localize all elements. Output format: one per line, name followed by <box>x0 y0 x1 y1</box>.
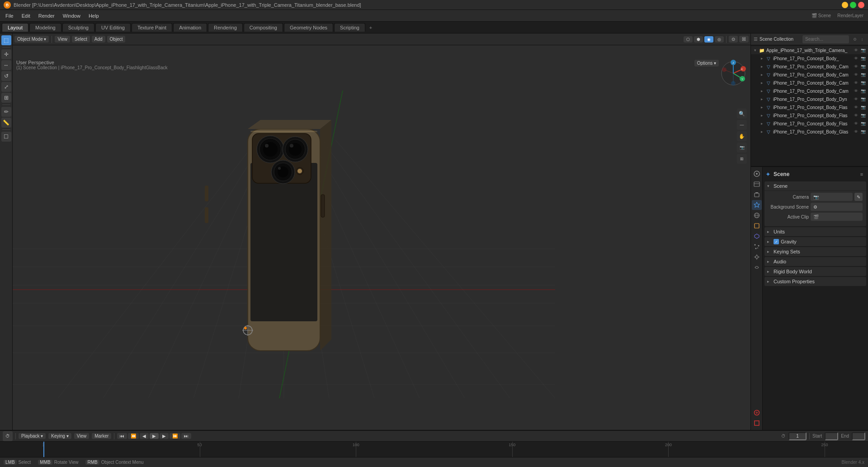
xray-toggle[interactable]: ☒ <box>739 36 749 43</box>
render-layer-selector[interactable]: RenderLayer <box>835 13 866 18</box>
item-render-btn[interactable]: 📷 <box>860 71 866 78</box>
rigid-body-world-section-header[interactable]: ▸ Rigid Body World <box>764 267 866 276</box>
item-visibility-btn[interactable]: 👁 <box>853 55 859 62</box>
object-menu[interactable]: Object <box>107 36 126 43</box>
frame-button[interactable]: ⊞ <box>737 154 747 164</box>
item-render-btn[interactable]: 📷 <box>860 96 866 102</box>
outliner-item[interactable]: ▸ ▽ iPhone_17_Pro_Concept_Body_Flas 👁 📷 <box>751 111 868 119</box>
view-menu[interactable]: View <box>55 36 70 43</box>
props-view-layer-icon[interactable] <box>752 190 762 200</box>
active-clip-value[interactable]: 🎬 <box>811 213 863 221</box>
select-tool-button[interactable]: ⬚ <box>1 35 11 45</box>
cursor-tool-button[interactable]: ✛ <box>1 49 11 59</box>
timeline-body[interactable]: 1 50 100 150 200 250 <box>0 442 868 457</box>
props-object-icon[interactable] <box>752 221 762 231</box>
camera-value[interactable]: 📷 <box>811 193 853 201</box>
transform-tool-button[interactable]: ⊞ <box>1 93 11 103</box>
background-scene-value[interactable]: ⚙ <box>811 203 863 211</box>
item-render-btn[interactable]: 📷 <box>860 88 866 94</box>
maximize-button[interactable] <box>850 2 856 8</box>
keying-menu[interactable]: Keying ▾ <box>48 433 71 439</box>
outliner-item[interactable]: ▸ ▽ iPhone_17_Pro_Concept_Body_Cam 👁 📷 <box>751 71 868 79</box>
minimize-button[interactable] <box>842 2 848 8</box>
tab-layout[interactable]: Layout <box>2 23 28 32</box>
outliner-item[interactable]: ▸ ▽ iPhone_17_Pro_Concept_Body_Cam 👁 📷 <box>751 87 868 95</box>
tab-animation[interactable]: Animation <box>173 23 207 32</box>
annotate-tool-button[interactable]: ✏ <box>1 107 11 117</box>
move-tool-button[interactable]: ↔ <box>1 60 11 70</box>
timeline-icon[interactable]: ⏱ <box>3 431 13 441</box>
units-section-header[interactable]: ▸ Units <box>764 227 866 236</box>
tab-compositing[interactable]: Compositing <box>244 23 283 32</box>
outliner-sync-button[interactable]: ↕ <box>859 36 865 43</box>
play-button[interactable]: ▶ <box>150 433 159 439</box>
camera-pick-btn[interactable]: ✎ <box>854 193 863 201</box>
mode-selector[interactable]: Object Mode ▾ <box>14 36 49 43</box>
gravity-checkbox[interactable]: ✓ <box>774 239 779 244</box>
camera-view-button[interactable]: 📷 <box>737 143 747 152</box>
item-visibility-btn[interactable]: 👁 <box>853 129 859 135</box>
item-visibility-btn[interactable]: 👁 <box>853 112 859 119</box>
item-visibility-btn[interactable]: 👁 <box>853 120 859 127</box>
item-visibility-btn[interactable]: 👁 <box>853 80 859 86</box>
marker-menu[interactable]: Marker <box>92 433 111 439</box>
item-render-btn[interactable]: 📷 <box>860 104 866 110</box>
outliner-collection-row[interactable]: ▾ 📁 Apple_iPhone_17_with_Triple_Camera_ … <box>751 46 868 54</box>
prev-frame-button[interactable]: ◀ <box>140 433 149 439</box>
timeline-playhead[interactable] <box>43 442 44 457</box>
outliner-item[interactable]: ▸ ▽ iPhone_17_Pro_Concept_Body_Glas 👁 📷 <box>751 128 868 136</box>
tab-uv-editing[interactable]: UV Editing <box>95 23 131 32</box>
props-scene-icon[interactable] <box>752 200 762 210</box>
scene-section-header[interactable]: ▾ Scene <box>764 181 866 191</box>
scene-canvas[interactable]: User Perspective (1) Scene Collection | … <box>13 45 750 430</box>
tab-texture-paint[interactable]: Texture Paint <box>132 23 172 32</box>
collection-visibility-btn[interactable]: 👁 <box>853 47 859 53</box>
pan-button[interactable]: ✋ <box>737 131 747 141</box>
audio-section-header[interactable]: ▸ Audio <box>764 257 866 266</box>
item-visibility-btn[interactable]: 👁 <box>853 71 859 78</box>
props-freestyle-icon[interactable] <box>752 418 762 428</box>
props-modifier-icon[interactable] <box>752 231 762 241</box>
item-visibility-btn[interactable]: 👁 <box>853 96 859 102</box>
outliner-filter-button[interactable]: ⚙ <box>852 36 858 43</box>
keying-sets-section-header[interactable]: ▸ Keying Sets <box>764 247 866 256</box>
item-render-btn[interactable]: 📷 <box>860 120 866 127</box>
props-particles-icon[interactable] <box>752 242 762 252</box>
viewport-shading-rendered[interactable]: ◎ <box>715 36 724 43</box>
outliner-item[interactable]: ▸ ▽ iPhone_17_Pro_Concept_Body_Cam 👁 📷 <box>751 62 868 71</box>
props-options-button[interactable]: ≡ <box>858 171 865 178</box>
item-render-btn[interactable]: 📷 <box>860 80 866 86</box>
navigation-gizmo[interactable]: X Y Z <box>720 60 747 87</box>
props-physics-icon[interactable] <box>752 252 762 262</box>
item-render-btn[interactable]: 📷 <box>860 55 866 62</box>
select-menu[interactable]: Select <box>72 36 90 43</box>
measure-tool-button[interactable]: 📏 <box>1 118 11 128</box>
collection-render-btn[interactable]: 📷 <box>860 47 866 53</box>
add-cube-button[interactable]: ☐ <box>1 132 11 142</box>
close-button[interactable] <box>858 2 864 8</box>
viewport-3d[interactable]: Object Mode ▾ View Select Add Object ⬡ ⬢… <box>13 33 750 430</box>
props-render-icon[interactable] <box>752 169 762 179</box>
props-render-result-icon[interactable] <box>752 408 762 418</box>
menu-file[interactable]: File <box>2 12 17 19</box>
outliner-search-input[interactable] <box>802 35 849 43</box>
next-frame-button[interactable]: ▶ <box>160 433 169 439</box>
props-constraints-icon[interactable] <box>752 262 762 272</box>
options-button[interactable]: Options ▾ <box>694 60 719 67</box>
menu-help[interactable]: Help <box>85 12 103 19</box>
add-workspace-button[interactable]: + <box>366 23 375 32</box>
item-render-btn[interactable]: 📷 <box>860 63 866 70</box>
jump-end-button[interactable]: ⏭ <box>181 433 191 439</box>
props-output-icon[interactable] <box>752 179 762 189</box>
step-forward-button[interactable]: ⏩ <box>170 433 180 439</box>
viewport-shading-material[interactable]: ◉ <box>704 36 713 43</box>
start-frame-input[interactable]: 1 <box>825 432 838 440</box>
viewport-shading-solid[interactable]: ⬢ <box>694 36 703 43</box>
zoom-out-button[interactable]: — <box>737 120 747 130</box>
end-frame-input[interactable]: 250 <box>852 432 865 440</box>
scene-selector[interactable]: 🎬 Scene <box>809 13 834 18</box>
props-world-icon[interactable] <box>752 210 762 220</box>
tab-rendering[interactable]: Rendering <box>208 23 243 32</box>
tab-sculpting[interactable]: Sculpting <box>62 23 94 32</box>
item-render-btn[interactable]: 📷 <box>860 112 866 119</box>
